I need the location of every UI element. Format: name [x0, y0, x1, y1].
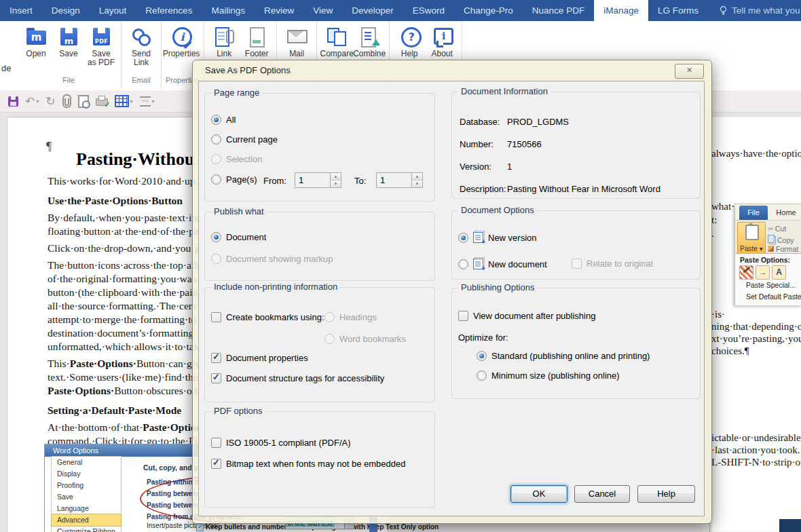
word-options-sidebar-item: Display	[52, 468, 121, 480]
ribbon-button[interactable]: Save as PDF	[86, 25, 117, 67]
radio-document[interactable]: Document	[211, 232, 266, 242]
radio-headings: Headings	[324, 312, 377, 322]
ribbon-button-label: Properties	[163, 50, 200, 58]
ribbon-tab[interactable]: Developer	[342, 0, 403, 21]
checkbox-create-bookmarks[interactable]: Create bookmarks using:	[211, 312, 324, 322]
ribbon-button[interactable]: Send Link	[126, 25, 157, 67]
ribbon-button[interactable]: Properties	[166, 25, 197, 58]
checkbox-iso-compliant[interactable]: ISO 19005-1 compliant (PDF/A)	[211, 438, 351, 448]
ribbon-tab[interactable]: Nuance PDF	[523, 0, 594, 21]
send-link-icon	[129, 25, 153, 48]
word-options-sidebar-item: Save	[52, 491, 121, 503]
clipped-label-fragment: de	[1, 63, 11, 73]
undo-icon[interactable]: ↶▾	[25, 92, 39, 110]
radio-all[interactable]: All	[211, 115, 236, 125]
paste-special-item: Paste Special...	[746, 281, 796, 289]
ribbon-button[interactable]: Save	[53, 25, 84, 58]
dialog-body: Page range All Current page Selection Pa…	[198, 81, 705, 516]
print-preview-icon[interactable]	[78, 92, 89, 110]
ribbon-button[interactable]: Help	[394, 25, 425, 58]
ribbon-tab[interactable]: Layout	[90, 0, 136, 21]
spin-down-icon[interactable]: ▼	[331, 180, 341, 187]
from-input[interactable]: 1 ▲▼	[295, 172, 341, 188]
lightbulb-icon	[719, 5, 728, 16]
doc-fragment: ·last·action·you·took.·If	[711, 444, 801, 456]
checkbox-structure-tags[interactable]: Document structure tags for accessibilit…	[211, 373, 384, 383]
ribbon-tab[interactable]: Change-Pro	[454, 0, 523, 21]
radio-current-page[interactable]: Current page	[211, 134, 278, 145]
quick-print-icon[interactable]	[96, 92, 108, 110]
ribbon-tab[interactable]: Insert	[0, 0, 42, 21]
attach-icon[interactable]	[62, 92, 71, 110]
file-tab: File	[739, 206, 768, 220]
ribbon-button[interactable]: Mail	[281, 25, 312, 58]
checkbox-bitmap-text[interactable]: Bitmap text when fonts may not be embedd…	[211, 459, 406, 469]
ribbon-button-label: Help	[401, 50, 418, 58]
close-icon[interactable]: ✕	[675, 64, 704, 79]
ribbon-button[interactable]: Open	[20, 25, 52, 58]
ribbon-tab[interactable]: Design	[42, 0, 90, 21]
spin-up-icon[interactable]: ▲	[412, 173, 422, 180]
doc-info-row: Database:PROD_LGDMS	[460, 117, 569, 127]
paste-menu-screenshot: File Home Paste ▾ ✂Cut Copy Format Pair …	[734, 204, 801, 305]
radio-new-version[interactable]: New version	[458, 232, 537, 243]
ribbon-button-label: Save as PDF	[88, 50, 115, 67]
checkbox-document-properties[interactable]: Document properties	[211, 353, 308, 363]
screen: InsertDesignLayoutReferencesMailingsRevi…	[0, 0, 801, 532]
keep-source-formatting-icon	[739, 265, 753, 280]
spin-down-icon[interactable]: ▼	[412, 180, 422, 187]
tell-me-box[interactable]: Tell me what you w	[708, 0, 801, 21]
checkbox-view-after-publishing[interactable]: View document after publishing	[458, 311, 595, 321]
ribbon-button[interactable]: Combine	[354, 25, 385, 58]
redo-icon[interactable]: ↻	[45, 92, 55, 110]
radio-pages[interactable]: Page(s)	[211, 174, 257, 185]
copy-icon	[768, 235, 775, 243]
ribbon-tab[interactable]: iManage	[594, 0, 648, 21]
properties-icon	[169, 25, 193, 48]
help-button[interactable]: Help	[637, 485, 695, 503]
ribbon-button-label: Send Link	[132, 50, 151, 67]
ribbon-tab[interactable]: LG Forms	[648, 0, 708, 21]
ribbon-tab[interactable]: Review	[255, 0, 303, 21]
ribbon-tab[interactable]: View	[303, 0, 342, 21]
spin-up-icon[interactable]: ▲	[331, 173, 341, 180]
cancel-button[interactable]: Cancel	[574, 485, 630, 503]
ribbon-button[interactable]: Footer	[241, 25, 272, 58]
radio-standard[interactable]: Standard (publishing online and printing…	[477, 351, 650, 361]
wo-checkbox[interactable]: ✓	[196, 524, 204, 531]
table-icon[interactable]: ▾	[115, 92, 133, 110]
ribbon-tab-bar: InsertDesignLayoutReferencesMailingsRevi…	[0, 0, 801, 21]
ribbon-button-label: Open	[26, 50, 45, 58]
ribbon-tab[interactable]: Mailings	[202, 0, 255, 21]
pm-copy-item: Copy	[768, 235, 794, 244]
paste-button: Paste ▾	[737, 222, 766, 254]
document-heading: Pasting·Withou	[76, 149, 194, 170]
ribbon-button[interactable]: About	[426, 25, 458, 58]
format-painter-icon	[768, 246, 774, 252]
breaks-icon[interactable]: ▾	[140, 92, 155, 110]
to-input[interactable]: 1 ▲▼	[376, 172, 423, 188]
mail-icon	[284, 25, 309, 48]
word-options-sidebar-item: Language	[52, 503, 121, 514]
ok-button[interactable]: OK	[510, 485, 567, 503]
merge-formatting-icon	[756, 265, 770, 280]
clipboard-icon	[745, 225, 759, 240]
ribbon-button-label: Mail	[289, 50, 304, 58]
radio-new-document[interactable]: New document	[458, 259, 547, 269]
ribbon-tab[interactable]: ESword	[403, 0, 454, 21]
ribbon-button[interactable]: Compare	[321, 25, 352, 58]
open-folder-icon	[24, 25, 48, 48]
save-pdf-icon	[89, 25, 113, 48]
ribbon-button[interactable]: Link	[208, 25, 240, 58]
combine-icon	[357, 25, 381, 48]
ribbon-button-label: Compare	[320, 50, 353, 58]
ribbon-group: Open Save Save as PDF File	[16, 21, 122, 89]
new-document-icon	[473, 259, 483, 269]
ribbon-group-label: Email	[126, 75, 157, 89]
radio-minimum-size[interactable]: Minimum size (publishing online)	[477, 370, 620, 381]
help-icon	[397, 25, 422, 48]
ribbon-tab[interactable]: References	[136, 0, 202, 21]
compare-icon	[324, 25, 349, 48]
save-icon[interactable]	[8, 92, 18, 110]
footer-doc-icon	[244, 25, 269, 48]
